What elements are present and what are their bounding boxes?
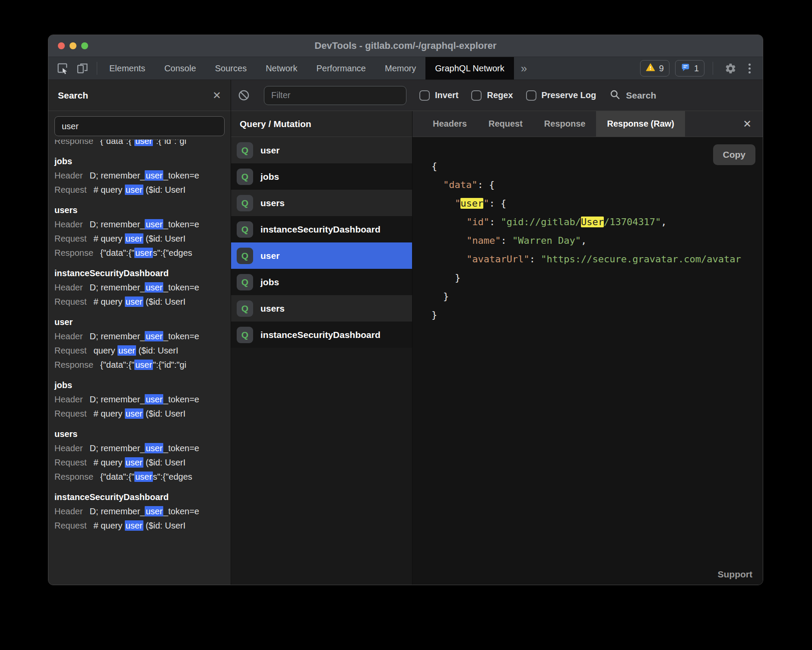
- close-window-button[interactable]: [58, 42, 65, 49]
- result-query-name[interactable]: instanceSecurityDashboard: [54, 266, 225, 280]
- query-type-badge: Q: [237, 300, 253, 317]
- toolbar-search-button[interactable]: Search: [609, 89, 656, 102]
- result-text: _token=e: [163, 331, 199, 341]
- json-token: "avatarUrl": [466, 254, 530, 264]
- result-text: ($id: UserI: [143, 297, 186, 306]
- result-line-request[interactable]: Requestquery user ($id: UserI: [54, 344, 225, 358]
- result-line-header[interactable]: HeaderD; remember_user_token=e: [54, 329, 225, 344]
- traffic-lights: [48, 42, 88, 49]
- result-line-response[interactable]: Response{"data":{"users":{"edges: [54, 470, 225, 484]
- json-line: "user": {: [431, 194, 763, 213]
- result-line-response[interactable]: Response{"data":{"user":{"id":"gi: [54, 140, 225, 148]
- tab-network[interactable]: Network: [256, 57, 307, 80]
- tab-console[interactable]: Console: [155, 57, 205, 80]
- match-highlight: user: [145, 282, 163, 293]
- query-type-badge: Q: [237, 195, 253, 211]
- query-list-item-user[interactable]: Quser: [231, 137, 412, 163]
- json-token: {: [489, 179, 495, 190]
- result-line-response[interactable]: Response{"data":{"user":{"id":"gi: [54, 358, 225, 372]
- result-text: D; remember_: [90, 443, 145, 453]
- device-toolbar-icon[interactable]: [73, 59, 92, 77]
- json-token: ": [483, 198, 489, 209]
- clear-block-icon[interactable]: [235, 86, 253, 105]
- result-text: s":{"edges: [153, 472, 192, 481]
- preserve-log-checkbox[interactable]: [526, 90, 536, 101]
- close-detail-icon[interactable]: ✕: [743, 119, 763, 129]
- settings-gear-icon[interactable]: [721, 59, 739, 77]
- result-query-name[interactable]: users: [54, 427, 225, 441]
- response-raw-json: {"data": {"user": {"id": "gid://gitlab/U…: [412, 137, 763, 324]
- result-query-name[interactable]: jobs: [54, 154, 225, 169]
- kebab-menu-icon[interactable]: [745, 64, 754, 73]
- query-list-item-jobs[interactable]: Qjobs: [231, 163, 412, 190]
- result-line-request[interactable]: Request# query user ($id: UserI: [54, 407, 225, 421]
- tab-performance[interactable]: Performance: [307, 57, 376, 80]
- tab-elements[interactable]: Elements: [100, 57, 155, 80]
- invert-checkbox[interactable]: [419, 90, 430, 101]
- warnings-badge[interactable]: 9: [640, 60, 669, 76]
- query-list-item-instancesecuritydashboard[interactable]: QinstanceSecurityDashboard: [231, 322, 412, 348]
- result-text: _token=e: [163, 171, 199, 180]
- filter-input[interactable]: [264, 86, 406, 105]
- messages-badge[interactable]: 1: [675, 60, 704, 76]
- split-view: Query / Mutation QuserQjobsQusersQinstan…: [231, 111, 763, 585]
- result-line-request[interactable]: Request# query user ($id: UserI: [54, 456, 225, 470]
- warning-count: 9: [659, 64, 664, 73]
- query-list-item-user[interactable]: Quser: [231, 242, 412, 269]
- devtools-tabbar: ElementsConsoleSourcesNetworkPerformance…: [48, 57, 763, 80]
- tab-sources[interactable]: Sources: [206, 57, 256, 80]
- close-search-panel-icon[interactable]: ✕: [213, 90, 221, 101]
- tab-graphql-network[interactable]: GraphQL Network: [425, 57, 514, 80]
- result-text: _token=e: [163, 507, 199, 516]
- result-line-header[interactable]: HeaderD; remember_user_token=e: [54, 217, 225, 232]
- result-line-header[interactable]: HeaderD; remember_user_token=e: [54, 392, 225, 407]
- result-line-header[interactable]: HeaderD; remember_user_token=e: [54, 441, 225, 456]
- match-highlight: user: [125, 520, 143, 531]
- search-panel: Search ✕ Response{"data":{"user":{"id":"…: [48, 80, 231, 585]
- detail-tab-response[interactable]: Response: [533, 111, 596, 137]
- result-text: ($id: UserI: [143, 521, 186, 530]
- result-text: D; remember_: [90, 507, 145, 516]
- result-query-name[interactable]: user: [54, 315, 225, 329]
- match-highlight: user: [134, 360, 153, 370]
- query-list-item-instancesecuritydashboard[interactable]: QinstanceSecurityDashboard: [231, 216, 412, 242]
- result-line-label: Header: [54, 171, 90, 180]
- more-tabs-chevron[interactable]: »: [514, 57, 534, 80]
- minimize-window-button[interactable]: [70, 42, 76, 49]
- result-query-name[interactable]: users: [54, 203, 225, 217]
- invert-label: Invert: [435, 90, 458, 100]
- support-link[interactable]: Support: [718, 569, 752, 580]
- detail-tab-response-raw[interactable]: Response (Raw): [596, 111, 685, 137]
- result-line-label: Header: [54, 395, 90, 404]
- search-result-entry: usersHeaderD; remember_user_token=eReque…: [54, 203, 225, 260]
- search-result-entry: jobsHeaderD; remember_user_token=eReques…: [54, 154, 225, 197]
- result-line-header[interactable]: HeaderD; remember_user_token=e: [54, 504, 225, 519]
- result-line-header[interactable]: HeaderD; remember_user_token=e: [54, 169, 225, 183]
- inspect-element-icon[interactable]: [54, 59, 72, 77]
- result-query-name[interactable]: instanceSecurityDashboard: [54, 490, 225, 504]
- json-token: ,: [581, 235, 587, 246]
- result-line-response[interactable]: Response{"data":{"users":{"edges: [54, 246, 225, 260]
- result-line-request[interactable]: Request# query user ($id: UserI: [54, 183, 225, 197]
- json-token: /13704317": [604, 217, 661, 227]
- copy-button[interactable]: Copy: [713, 144, 756, 165]
- tab-memory[interactable]: Memory: [375, 57, 425, 80]
- match-highlight: user: [145, 170, 163, 181]
- result-line-header[interactable]: HeaderD; remember_user_token=e: [54, 280, 225, 295]
- result-query-name[interactable]: jobs: [54, 378, 225, 392]
- query-list-item-users[interactable]: Qusers: [231, 295, 412, 322]
- query-list-item-users[interactable]: Qusers: [231, 190, 412, 216]
- result-line-request[interactable]: Request# query user ($id: UserI: [54, 232, 225, 246]
- search-input[interactable]: [54, 116, 225, 136]
- regex-checkbox[interactable]: [471, 90, 482, 101]
- result-text: ":{"id":"gi: [153, 140, 186, 146]
- detail-tab-request[interactable]: Request: [478, 111, 533, 137]
- result-line-request[interactable]: Request# query user ($id: UserI: [54, 519, 225, 533]
- zoom-window-button[interactable]: [81, 42, 88, 49]
- detail-panel: HeadersRequestResponseResponse (Raw) ✕ C…: [412, 111, 763, 585]
- detail-tab-headers[interactable]: Headers: [422, 111, 478, 137]
- query-list-item-jobs[interactable]: Qjobs: [231, 269, 412, 295]
- result-text: ($id: UserI: [143, 409, 186, 418]
- result-line-request[interactable]: Request# query user ($id: UserI: [54, 295, 225, 309]
- search-result-entry: Response{"data":{"user":{"id":"gi: [54, 140, 225, 148]
